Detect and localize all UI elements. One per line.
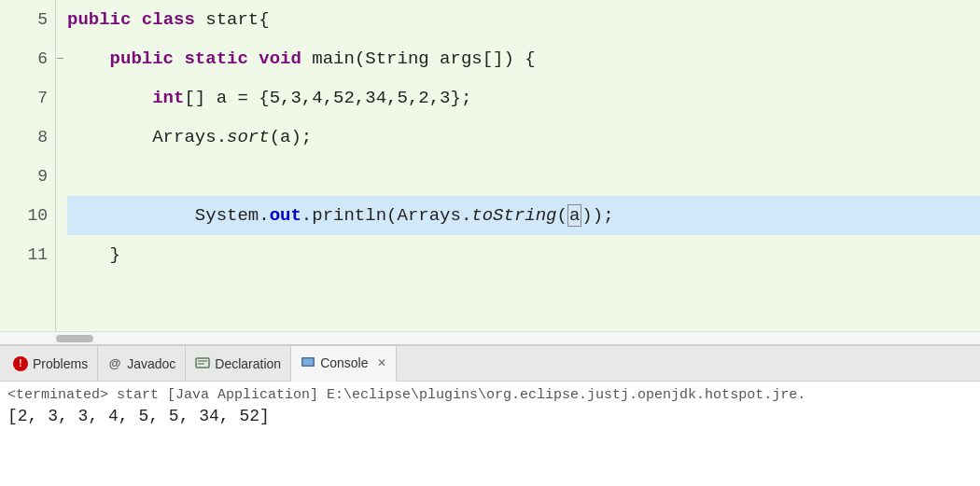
sort-method: sort bbox=[227, 127, 270, 147]
paren-close: )); bbox=[581, 205, 613, 226]
declaration-icon bbox=[195, 356, 210, 371]
line-number-7: 7 bbox=[0, 78, 55, 118]
line-number-8: 8 bbox=[0, 118, 55, 157]
array-decl: [] a = {5,3,4,52,34,5,2,3}; bbox=[184, 88, 471, 108]
problems-badge: ! bbox=[13, 356, 28, 371]
problems-icon: ! bbox=[13, 356, 28, 371]
code-line-10: System.out.println(Arrays.toString(a)); bbox=[67, 196, 980, 235]
line-number-5: 5 bbox=[0, 0, 55, 39]
console-terminated-line: <terminated> start [Java Application] E:… bbox=[7, 385, 973, 406]
keyword-public: public bbox=[67, 9, 142, 30]
indent-7 bbox=[67, 88, 152, 108]
line-number-6: 6 bbox=[0, 39, 55, 78]
var-a: a bbox=[567, 204, 581, 227]
println-call: .println(Arrays. bbox=[301, 205, 471, 226]
indent-8: Arrays. bbox=[67, 127, 227, 147]
code-line-5: public class start{ bbox=[67, 0, 980, 39]
indent-space bbox=[67, 49, 110, 69]
tab-problems-label: Problems bbox=[33, 356, 88, 371]
line-number-9: 9 bbox=[0, 157, 55, 196]
svg-rect-0 bbox=[196, 358, 209, 368]
scroll-thumb[interactable] bbox=[56, 335, 93, 342]
tab-javadoc-label: Javadoc bbox=[127, 356, 175, 371]
line-number-10: 10 bbox=[0, 196, 55, 235]
keyword-class: class bbox=[142, 9, 205, 30]
tab-problems[interactable]: ! Problems bbox=[4, 346, 98, 382]
sort-args: (a); bbox=[270, 127, 313, 147]
closing-brace: } bbox=[67, 244, 120, 265]
code-line-6: public static void main(String args[]) { bbox=[67, 39, 980, 78]
tabs-bar: ! Problems @ Javadoc Declaration bbox=[0, 346, 980, 382]
console-close-icon[interactable]: ✕ bbox=[377, 356, 386, 369]
indent-10: System. bbox=[67, 205, 270, 226]
editor-area: 5 6 7 8 9 10 11 public class start{ publ… bbox=[0, 0, 980, 331]
bottom-panel: ! Problems @ Javadoc Declaration bbox=[0, 344, 980, 486]
keyword-public-2: public bbox=[110, 49, 185, 69]
paren-open: ( bbox=[557, 205, 567, 226]
output-text: [2, 3, 3, 4, 5, 5, 34, 52] bbox=[7, 407, 270, 425]
terminated-text: <terminated> start [Java Application] E:… bbox=[7, 387, 805, 403]
code-container: 5 6 7 8 9 10 11 public class start{ publ… bbox=[0, 0, 980, 331]
line-gutter: 5 6 7 8 9 10 11 bbox=[0, 0, 56, 331]
code-line-9 bbox=[67, 157, 980, 196]
out-field: out bbox=[270, 205, 301, 226]
line-number-11: 11 bbox=[0, 235, 55, 274]
method-signature: main(String args[]) { bbox=[312, 49, 535, 69]
svg-rect-4 bbox=[303, 358, 314, 365]
class-name: start{ bbox=[205, 9, 269, 30]
console-output-line: [2, 3, 3, 4, 5, 5, 34, 52] bbox=[7, 406, 973, 426]
keyword-int: int bbox=[152, 88, 184, 108]
tab-console-label: Console bbox=[320, 355, 368, 370]
keyword-void: void bbox=[259, 49, 312, 69]
code-line-11: } bbox=[67, 235, 980, 274]
code-content[interactable]: public class start{ public static void m… bbox=[56, 0, 980, 331]
console-content: <terminated> start [Java Application] E:… bbox=[0, 382, 980, 486]
tab-javadoc[interactable]: @ Javadoc bbox=[98, 346, 186, 382]
javadoc-icon: @ bbox=[107, 356, 122, 371]
tab-console[interactable]: Console ✕ bbox=[291, 346, 396, 382]
code-line-7: int[] a = {5,3,4,52,34,5,2,3}; bbox=[67, 78, 980, 118]
tostring-method: toString bbox=[471, 205, 556, 226]
keyword-static: static bbox=[184, 49, 259, 69]
console-icon bbox=[301, 355, 315, 370]
code-line-8: Arrays.sort(a); bbox=[67, 118, 980, 157]
tab-declaration-label: Declaration bbox=[215, 356, 281, 371]
horizontal-scrollbar[interactable] bbox=[0, 331, 980, 344]
tab-declaration[interactable]: Declaration bbox=[186, 346, 291, 382]
